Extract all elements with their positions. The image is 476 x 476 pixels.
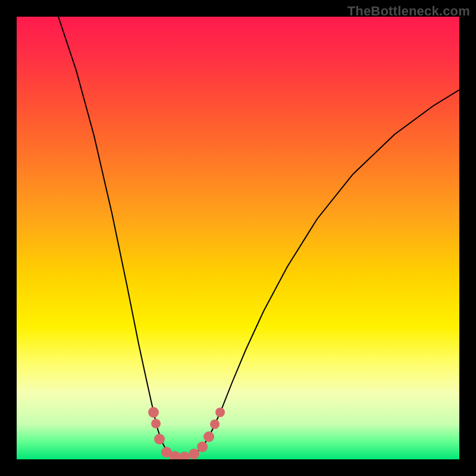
plot-area	[17, 17, 459, 459]
watermark-label: TheBottleneck.com	[347, 4, 470, 19]
curve-marker	[203, 431, 214, 442]
chart-frame: TheBottleneck.com	[0, 0, 476, 476]
marker-group	[148, 407, 225, 459]
curve-marker	[189, 449, 199, 459]
curve-marker	[148, 407, 159, 418]
curve-marker	[151, 419, 161, 428]
curve-marker	[215, 408, 225, 417]
curve-marker	[197, 441, 208, 452]
curve-marker	[154, 434, 165, 444]
curve-marker	[179, 452, 190, 459]
curve-svg	[17, 17, 459, 459]
bottleneck-curve	[58, 17, 459, 457]
curve-marker	[210, 419, 220, 429]
